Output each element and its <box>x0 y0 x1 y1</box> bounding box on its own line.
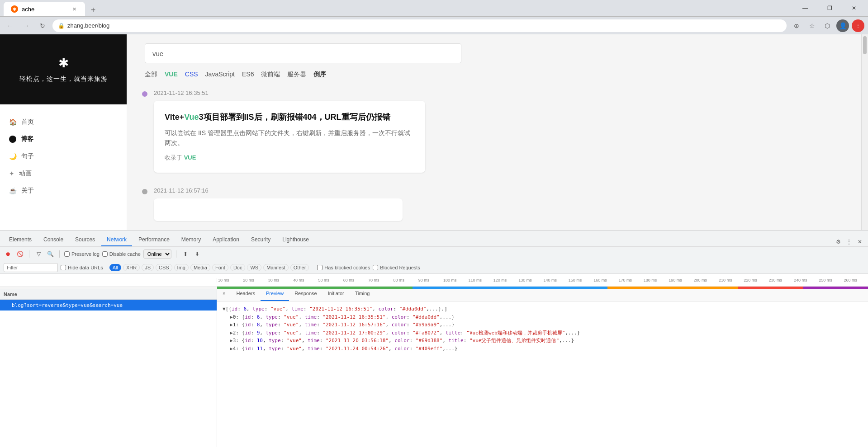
post1-title-suffix: 项目部署到IIS后，刷新报错404，URL重写后仍报错 <box>204 113 390 122</box>
title-bar: ✱ ache ✕ + — ❐ ✕ <box>0 0 868 16</box>
blocked-cookies-checkbox[interactable] <box>317 265 323 270</box>
export-har-button[interactable]: ⬇ <box>193 249 202 259</box>
chip-other[interactable]: Other <box>290 264 309 271</box>
preview-line-1: ▶0: {id: 6, type: "vue", time: "2021-11-… <box>230 313 863 321</box>
back-button[interactable]: ← <box>4 19 16 32</box>
blog-icon <box>9 136 16 143</box>
chip-ws[interactable]: WS <box>247 264 261 271</box>
search-value: vue <box>152 50 163 57</box>
record-button[interactable]: ⏺ <box>4 249 13 259</box>
lock-icon: 🔒 <box>58 23 65 29</box>
filter-icon[interactable]: ▽ <box>34 249 43 259</box>
detail-tab-headers[interactable]: Headers <box>231 289 261 301</box>
search-bar[interactable]: vue <box>145 43 461 63</box>
detail-close-button[interactable]: × <box>217 289 231 301</box>
filter-tab-all[interactable]: 全部 <box>145 71 157 79</box>
devtool-tab-network[interactable]: Network <box>101 234 132 246</box>
search-icon[interactable]: 🔍 <box>46 249 55 259</box>
network-row-blog[interactable]: blog?sort=reverse&type=vue&search=vue <box>0 300 217 311</box>
type-filter-chips: All XHR JS CSS Img Media Font Doc WS Man… <box>109 264 309 271</box>
timeline: 2021-11-12 16:35:51 Vite+Vue3项目部署到IIS后，刷… <box>145 89 843 221</box>
devtool-tab-performance[interactable]: Performance <box>133 234 175 246</box>
translate-icon[interactable]: ⊕ <box>790 19 803 32</box>
devtool-tab-console[interactable]: Console <box>38 234 69 246</box>
active-tab[interactable]: ✱ ache ✕ <box>4 2 85 16</box>
new-tab-button[interactable]: + <box>87 4 100 16</box>
chip-font[interactable]: Font <box>212 264 228 271</box>
chip-js[interactable]: JS <box>142 264 154 271</box>
devtools-more-icon[interactable]: ⋮ <box>844 237 854 246</box>
chip-all[interactable]: All <box>109 264 121 271</box>
clear-button[interactable]: 🚫 <box>15 249 24 259</box>
sidebar-item-home[interactable]: 🏠 首页 <box>0 113 127 131</box>
detail-tab-preview[interactable]: Preview <box>261 289 289 301</box>
sidebar-item-about[interactable]: ☕ 关于 <box>0 182 127 199</box>
bookmark-icon[interactable]: ☆ <box>806 19 818 32</box>
filter-tab-reverse[interactable]: 倒序 <box>313 71 326 79</box>
devtools-settings-icon[interactable]: ⚙ <box>834 237 843 246</box>
timeline-dot-1 <box>142 91 147 97</box>
chip-img[interactable]: Img <box>174 264 189 271</box>
extension-icon[interactable]: ⬡ <box>821 19 834 32</box>
filter-tab-miniapp[interactable]: 微前端 <box>261 71 280 79</box>
toolbar-separator-3 <box>176 250 176 258</box>
chip-css[interactable]: CSS <box>156 264 172 271</box>
devtool-tab-lighthouse[interactable]: Lighthouse <box>277 234 314 246</box>
chip-xhr[interactable]: XHR <box>123 264 140 271</box>
profile-icon[interactable]: 👤 <box>836 19 849 32</box>
detail-tab-response[interactable]: Response <box>289 289 323 301</box>
disable-cache-checkbox[interactable] <box>102 251 108 257</box>
filter-tab-css[interactable]: CSS <box>185 71 198 79</box>
refresh-button[interactable]: ↻ <box>36 19 49 32</box>
sidebar-item-sentence[interactable]: 🌙 句子 <box>0 148 127 165</box>
page-scrollbar[interactable] <box>861 34 868 230</box>
hide-data-urls-label[interactable]: Hide data URLs <box>61 265 103 270</box>
blocked-requests-label[interactable]: Blocked Requests <box>373 265 420 270</box>
sidebar-item-blog[interactable]: 博客 <box>0 131 127 148</box>
chip-doc[interactable]: Doc <box>230 264 246 271</box>
hide-data-urls-checkbox[interactable] <box>61 265 66 270</box>
network-timeline-ruler: 10 ms 20 ms 30 ms 40 ms 50 ms 60 ms 70 m… <box>0 274 868 287</box>
devtool-tab-security[interactable]: Security <box>246 234 276 246</box>
toolbar-separator-2 <box>59 250 60 258</box>
post1-title: Vite+Vue3项目部署到IIS后，刷新报错404，URL重写后仍报错 <box>165 112 414 122</box>
forward-button[interactable]: → <box>20 19 33 32</box>
devtool-tab-elements[interactable]: Elements <box>4 234 37 246</box>
devtool-tab-application[interactable]: Application <box>207 234 245 246</box>
filter-tab-js[interactable]: JavaScript <box>205 71 235 79</box>
post1-title-vue: Vue <box>184 113 199 122</box>
filter-tab-vue[interactable]: VUE <box>165 71 178 79</box>
name-column-header: Name <box>4 292 17 297</box>
maximize-button[interactable]: ❐ <box>819 1 840 15</box>
detail-tab-initiator[interactable]: Initiator <box>323 289 350 301</box>
network-filter-input[interactable] <box>4 263 58 272</box>
chip-manifest[interactable]: Manifest <box>263 264 289 271</box>
tab-close-button[interactable]: ✕ <box>71 5 78 13</box>
devtool-tab-memory[interactable]: Memory <box>176 234 206 246</box>
network-list-header: Name <box>0 289 217 300</box>
devtool-tab-sources[interactable]: Sources <box>70 234 100 246</box>
address-bar[interactable]: 🔒 zhang.beer/blog <box>52 19 787 32</box>
filter-tab-server[interactable]: 服务器 <box>287 71 306 79</box>
sidebar-item-animation[interactable]: ✦ 动画 <box>0 165 127 182</box>
blocked-requests-checkbox[interactable] <box>373 265 378 270</box>
blog-post-2-preview <box>154 198 403 221</box>
search-container: vue <box>145 43 843 63</box>
preserve-log-label[interactable]: Preserve log <box>64 251 100 257</box>
disable-cache-label[interactable]: Disable cache <box>102 251 141 257</box>
devtools-close-button[interactable]: ✕ <box>855 237 864 246</box>
minimize-button[interactable]: — <box>795 1 816 15</box>
tab-title: ache <box>22 6 34 13</box>
menu-icon[interactable]: ⋮ <box>852 19 864 32</box>
blog-post-1[interactable]: Vite+Vue3项目部署到IIS后，刷新报错404，URL重写后仍报错 可以尝… <box>154 101 425 173</box>
preview-content: ▼[{id: 6, type: "vue", time: "2021-11-12… <box>217 301 868 357</box>
throttle-select[interactable]: Online <box>143 249 171 259</box>
filter-tab-es6[interactable]: ES6 <box>242 71 254 79</box>
blocked-cookies-label[interactable]: Has blocked cookies <box>317 265 370 270</box>
detail-tab-timing[interactable]: Timing <box>350 289 375 301</box>
preserve-log-checkbox[interactable] <box>64 251 70 257</box>
disable-cache-text: Disable cache <box>109 251 141 257</box>
close-button[interactable]: ✕ <box>844 1 864 15</box>
chip-media[interactable]: Media <box>190 264 210 271</box>
import-har-button[interactable]: ⬆ <box>181 249 190 259</box>
